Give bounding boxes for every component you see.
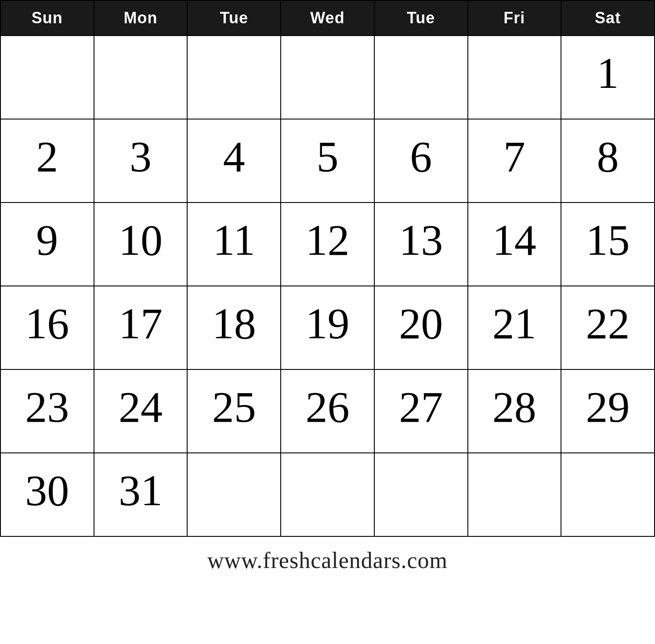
day-cell-26: 26: [281, 369, 374, 453]
empty-cell-0-3: [281, 36, 374, 119]
day-cell-8: 8: [561, 119, 655, 203]
day-cell-16: 16: [0, 286, 94, 369]
day-cell-18: 18: [187, 286, 281, 369]
day-number-12: 12: [289, 207, 366, 264]
day-cell-11: 11: [187, 203, 281, 286]
empty-cell-0-2: [187, 36, 281, 119]
day-cell-28: 28: [468, 369, 561, 453]
day-number-7: 7: [476, 124, 553, 181]
day-number-24: 24: [102, 374, 179, 431]
empty-cell-5-2: [187, 453, 281, 536]
week-row-0: 1: [0, 36, 655, 119]
header-day-sun-0: Sun: [0, 0, 94, 36]
week-row-2: 9101112131415: [0, 203, 655, 286]
day-number-17: 17: [102, 291, 179, 348]
header-day-tue-4: Tue: [374, 0, 468, 36]
day-cell-2: 2: [0, 119, 94, 203]
empty-cell-5-3: [281, 453, 374, 536]
empty-cell-0-5: [468, 36, 561, 119]
day-cell-12: 12: [281, 203, 374, 286]
day-number-14: 14: [476, 207, 553, 264]
empty-cell-0-1: [94, 36, 188, 119]
day-number-28: 28: [476, 374, 553, 431]
header-day-fri-5: Fri: [468, 0, 561, 36]
day-number-3: 3: [102, 124, 179, 181]
day-cell-15: 15: [561, 203, 655, 286]
day-cell-3: 3: [94, 119, 188, 203]
day-cell-10: 10: [94, 203, 188, 286]
day-number-30: 30: [9, 458, 86, 515]
calendar-wrapper: SunMonTueWedTueFriSat 123456789101112131…: [0, 0, 655, 578]
day-cell-27: 27: [374, 369, 468, 453]
day-number-13: 13: [383, 207, 460, 264]
day-cell-5: 5: [281, 119, 374, 203]
day-number-15: 15: [569, 207, 646, 264]
day-number-11: 11: [195, 207, 272, 264]
empty-cell-0-0: [0, 36, 94, 119]
week-row-4: 23242526272829: [0, 369, 655, 453]
day-number-31: 31: [102, 458, 179, 515]
header-row: SunMonTueWedTueFriSat: [0, 0, 655, 36]
day-number-16: 16: [9, 291, 86, 348]
day-number-21: 21: [476, 291, 553, 348]
day-cell-22: 22: [561, 286, 655, 369]
day-cell-13: 13: [374, 203, 468, 286]
day-number-8: 8: [569, 124, 646, 181]
day-cell-30: 30: [0, 453, 94, 536]
day-cell-19: 19: [281, 286, 374, 369]
day-number-22: 22: [569, 291, 646, 348]
day-number-5: 5: [289, 124, 366, 181]
day-cell-31: 31: [94, 453, 188, 536]
empty-cell-0-4: [374, 36, 468, 119]
day-cell-21: 21: [468, 286, 561, 369]
header-day-mon-1: Mon: [94, 0, 188, 36]
day-cell-6: 6: [374, 119, 468, 203]
day-number-10: 10: [102, 207, 179, 264]
day-cell-1: 1: [561, 36, 655, 119]
header-day-sat-6: Sat: [561, 0, 655, 36]
day-cell-17: 17: [94, 286, 188, 369]
day-number-26: 26: [289, 374, 366, 431]
day-number-20: 20: [383, 291, 460, 348]
day-cell-4: 4: [187, 119, 281, 203]
day-number-2: 2: [9, 124, 86, 181]
day-number-25: 25: [195, 374, 272, 431]
week-row-5: 3031: [0, 453, 655, 536]
day-cell-25: 25: [187, 369, 281, 453]
day-cell-24: 24: [94, 369, 188, 453]
day-number-23: 23: [9, 374, 86, 431]
empty-cell-5-5: [468, 453, 561, 536]
day-number-1: 1: [569, 40, 646, 98]
header-day-wed-3: Wed: [281, 0, 374, 36]
day-number-29: 29: [569, 374, 646, 431]
empty-cell-5-4: [374, 453, 468, 536]
header-day-tue-2: Tue: [187, 0, 281, 36]
week-row-1: 2345678: [0, 119, 655, 203]
day-number-4: 4: [195, 124, 272, 181]
day-cell-20: 20: [374, 286, 468, 369]
day-cell-9: 9: [0, 203, 94, 286]
week-row-3: 16171819202122: [0, 286, 655, 369]
day-number-18: 18: [195, 291, 272, 348]
day-number-27: 27: [383, 374, 460, 431]
day-cell-7: 7: [468, 119, 561, 203]
day-number-6: 6: [383, 124, 460, 181]
day-number-9: 9: [9, 207, 86, 264]
day-cell-29: 29: [561, 369, 655, 453]
footer-url: www.freshcalendars.com: [0, 537, 655, 578]
calendar-table: SunMonTueWedTueFriSat 123456789101112131…: [0, 0, 655, 537]
day-number-19: 19: [289, 291, 366, 348]
day-cell-23: 23: [0, 369, 94, 453]
day-cell-14: 14: [468, 203, 561, 286]
empty-cell-5-6: [561, 453, 655, 536]
